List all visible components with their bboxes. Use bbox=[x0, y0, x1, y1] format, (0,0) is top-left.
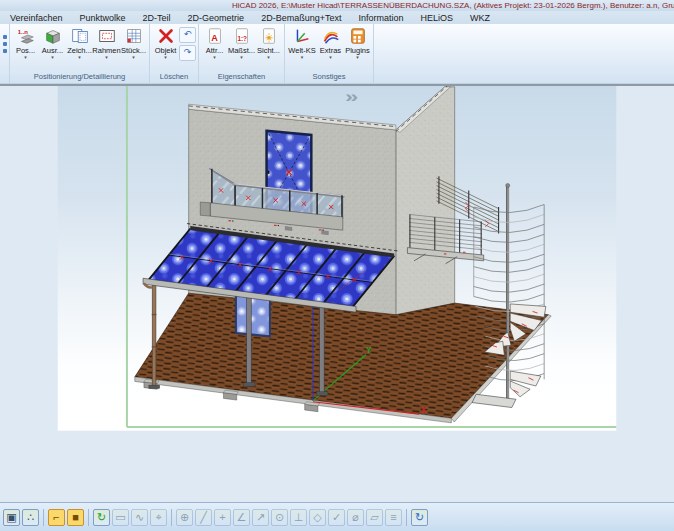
drawing-sheets-icon bbox=[70, 26, 90, 46]
ribbon-group-positionierung: 1..n Pos... ▾ Ausr... ▾ bbox=[10, 24, 150, 83]
snap-intersection-icon: + bbox=[214, 509, 231, 526]
objekt-loeschen-button[interactable]: Objekt ▾ bbox=[152, 24, 179, 71]
group-label-eigenschaften: Eigenschaften bbox=[201, 71, 282, 83]
fit-drawing-icon[interactable]: ▣ bbox=[3, 509, 20, 526]
status-toolbar: ▣∴⌐■↻▭∿⌖⊕╱+∠↗⊙⊥◇✓⌀▱≡↻ bbox=[0, 502, 674, 531]
snap-grid-icon: ≡ bbox=[385, 509, 402, 526]
bom-table-icon bbox=[124, 26, 144, 46]
snap-center-icon: ⊙ bbox=[271, 509, 288, 526]
downpipe[interactable] bbox=[152, 284, 156, 387]
snap-angle-icon: ∠ bbox=[233, 509, 250, 526]
stueckliste-button[interactable]: Stück... ▾ bbox=[120, 24, 147, 71]
extras-button[interactable]: Extras ▾ bbox=[317, 24, 344, 71]
tab-2d-teil[interactable]: 2D-Teil bbox=[143, 13, 171, 23]
snap-quadrant-icon: ◇ bbox=[309, 509, 326, 526]
tab-helios[interactable]: HELiOS bbox=[420, 13, 453, 23]
box-select-icon: ▭ bbox=[112, 509, 129, 526]
polyline-icon: ∿ bbox=[131, 509, 148, 526]
snap-confirm-icon: ✓ bbox=[328, 509, 345, 526]
group-label-sonstiges: Sonstiges bbox=[287, 71, 371, 83]
rahmen-button[interactable]: Rahmen ▾ bbox=[93, 24, 120, 71]
ribbon-group-loeschen: Objekt ▾ ↶ ↷ Löschen bbox=[150, 24, 199, 83]
extras-brush-icon bbox=[321, 26, 341, 46]
axis-y-label: Y bbox=[366, 346, 372, 355]
group-label-positionierung: Positionierung/Detaillierung bbox=[12, 71, 147, 83]
axis-x-label: X bbox=[421, 406, 427, 415]
ribbon: 1..n Pos... ▾ Ausr... ▾ bbox=[0, 24, 674, 84]
canopy-post[interactable] bbox=[320, 301, 325, 393]
snap-direction-icon: ↗ bbox=[252, 509, 269, 526]
svg-text:1:?: 1:? bbox=[237, 35, 247, 42]
window-title: HiCAD 2026, E:\Muster Hicad\TERRASSENÜBE… bbox=[232, 1, 674, 10]
tab-punktwolke[interactable]: Punktwolke bbox=[80, 13, 126, 23]
snap-perpendicular-icon: ⊥ bbox=[290, 509, 307, 526]
tab-vereinfachen[interactable]: Vereinfachen bbox=[10, 13, 63, 23]
zeichnung-button[interactable]: Zeich... ▾ bbox=[66, 24, 93, 71]
sichtbarkeit-button[interactable]: Sicht... ▾ bbox=[255, 24, 282, 71]
snap-point-icon: ⊕ bbox=[176, 509, 193, 526]
scale-icon: 1:? bbox=[232, 26, 252, 46]
toolbar-separator bbox=[88, 509, 89, 526]
canopy-post[interactable] bbox=[247, 292, 252, 384]
positions-icon: 1..n bbox=[16, 26, 36, 46]
redo-icon[interactable]: ↷ bbox=[179, 45, 196, 61]
snap-line-icon: ╱ bbox=[195, 509, 212, 526]
point-display-icon[interactable]: ∴ bbox=[22, 509, 39, 526]
clipped-button-icon bbox=[0, 24, 10, 83]
window-title-bar: HiCAD 2026, E:\Muster Hicad\TERRASSENÜBE… bbox=[0, 0, 674, 11]
toolbar-separator bbox=[406, 509, 407, 526]
tab-wkz[interactable]: WKZ bbox=[470, 13, 490, 23]
pos-button[interactable]: 1..n Pos... ▾ bbox=[12, 24, 39, 71]
undo-icon[interactable]: ↶ bbox=[179, 27, 196, 43]
group-label-loeschen: Löschen bbox=[152, 71, 196, 83]
svg-text:1..n: 1..n bbox=[17, 29, 28, 35]
toolbar-separator bbox=[171, 509, 172, 526]
svg-text:A: A bbox=[211, 33, 218, 43]
world-cs-icon bbox=[292, 26, 312, 46]
ribbon-group-sonstiges: Welt-KS ▾ Extras ▾ Plugins bbox=[285, 24, 374, 83]
ribbon-tab-bar: Vereinfachen Punktwolke 2D-Teil 2D-Geome… bbox=[0, 11, 674, 24]
attribute-button[interactable]: A Attr... ▾ bbox=[201, 24, 228, 71]
snap-parallel-icon: ▱ bbox=[366, 509, 383, 526]
frame-fill-mode-icon[interactable]: ■ bbox=[67, 509, 84, 526]
crosshair-snap-icon: ⌖ bbox=[150, 509, 167, 526]
ausrichtung-button[interactable]: Ausr... ▾ bbox=[39, 24, 66, 71]
welt-ks-button[interactable]: Welt-KS ▾ bbox=[287, 24, 317, 71]
frame-mode-icon[interactable]: ⌐ bbox=[48, 509, 65, 526]
toolbar-separator bbox=[43, 509, 44, 526]
frame-icon bbox=[97, 26, 117, 46]
tab-2d-geometrie[interactable]: 2D-Geometrie bbox=[188, 13, 245, 23]
tab-information[interactable]: Information bbox=[358, 13, 403, 23]
visibility-icon bbox=[259, 26, 279, 46]
ribbon-group-eigenschaften: A Attr... ▾ 1:? Maßst... ▾ Sicht. bbox=[199, 24, 285, 83]
scene-canvas[interactable]: Y X bbox=[0, 86, 674, 502]
viewport[interactable]: Y X bbox=[0, 86, 674, 502]
rotate-mode-icon[interactable]: ↻ bbox=[93, 509, 110, 526]
attributes-icon: A bbox=[205, 26, 225, 46]
snap-diameter-icon: ⌀ bbox=[347, 509, 364, 526]
delete-x-icon bbox=[156, 26, 176, 46]
panel-expander-icon[interactable]: » bbox=[345, 88, 358, 106]
tab-2d-bemassung-text[interactable]: 2D-Bemaßung+Text bbox=[261, 13, 341, 23]
massstab-button[interactable]: 1:? Maßst... ▾ bbox=[228, 24, 255, 71]
refresh-view-icon[interactable]: ↻ bbox=[411, 509, 428, 526]
plugins-icon bbox=[348, 26, 368, 46]
plugins-button[interactable]: Plugins ▾ bbox=[344, 24, 371, 71]
align-cube-icon bbox=[43, 26, 63, 46]
